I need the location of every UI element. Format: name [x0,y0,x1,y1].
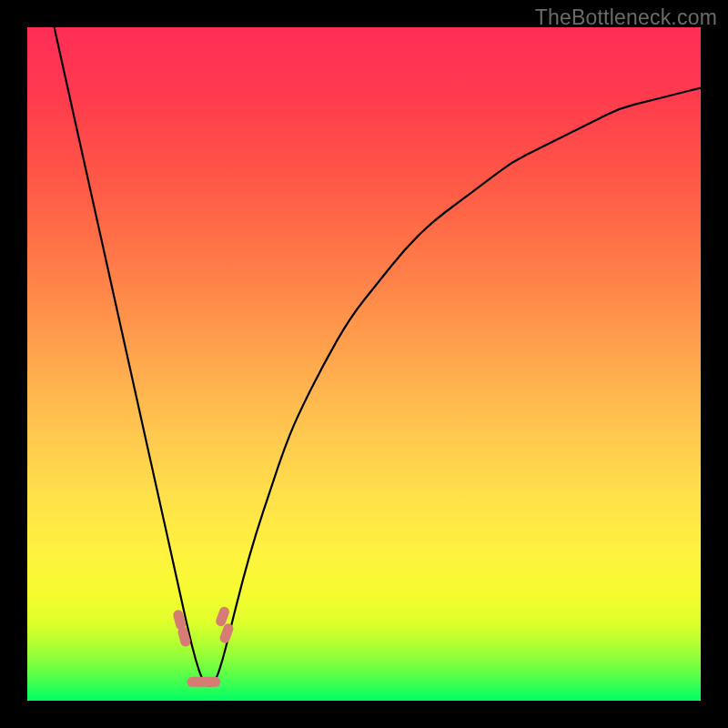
watermark-text: TheBottleneck.com [535,5,717,30]
chart-plot [27,27,701,701]
svg-rect-5 [200,677,220,687]
chart-frame: TheBottleneck.com [0,0,728,728]
chart-svg [27,27,701,701]
